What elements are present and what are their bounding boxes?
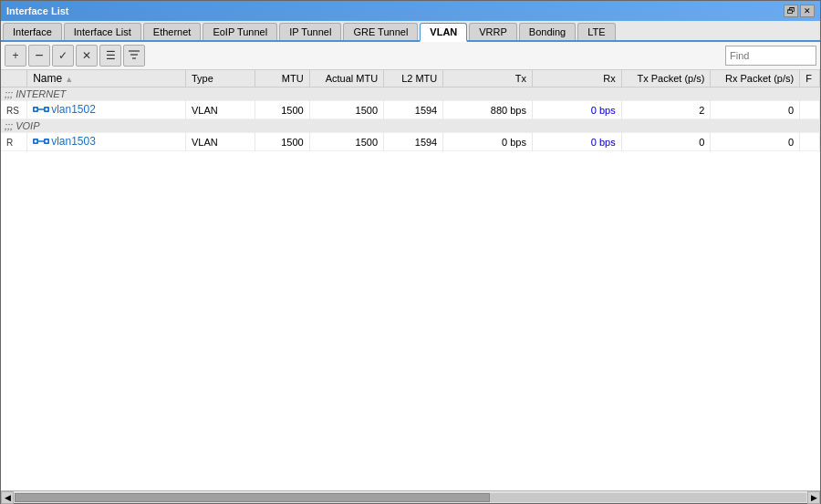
- sort-arrow-name: ▲: [65, 75, 73, 84]
- col-header-l2mtu: L2 MTU: [384, 70, 443, 87]
- row-l2mtu-vlan1502: 1594: [384, 101, 443, 119]
- col-header-type: Type: [185, 70, 255, 87]
- window-controls: 🗗 ✕: [784, 5, 815, 17]
- row-rx-vlan1502: 0 bps: [532, 101, 621, 119]
- tab-ethernet[interactable]: Ethernet: [143, 23, 202, 40]
- row-rx-vlan1503: 0 bps: [532, 133, 621, 151]
- group-row-internet: ;;; INTERNET: [1, 87, 820, 101]
- row-tx-vlan1502: 880 bps: [443, 101, 533, 119]
- tab-gre-tunnel[interactable]: GRE Tunnel: [343, 23, 418, 40]
- close-button[interactable]: ✕: [800, 5, 815, 17]
- row-actual-mtu-vlan1502: 1500: [309, 101, 383, 119]
- scroll-thumb[interactable]: [15, 493, 490, 502]
- table-body: ;;; INTERNET RS: [1, 87, 820, 151]
- group-label-voip: ;;; VOIP: [1, 119, 820, 133]
- row-mtu-vlan1503: 1500: [255, 133, 309, 151]
- row-tx-packet-vlan1502: 2: [621, 101, 711, 119]
- tab-bonding[interactable]: Bonding: [519, 23, 576, 40]
- col-header-tx: Tx: [443, 70, 533, 87]
- group-label-internet: ;;; INTERNET: [1, 87, 820, 101]
- horizontal-scrollbar: ◀ ▶: [1, 490, 820, 503]
- row-tx-vlan1503: 0 bps: [443, 133, 533, 151]
- row-type-vlan1502: VLAN: [185, 101, 255, 119]
- comment-button[interactable]: ☰: [99, 45, 121, 67]
- tab-interface[interactable]: Interface: [3, 23, 62, 40]
- tab-interface-list[interactable]: Interface List: [64, 23, 141, 40]
- toolbar: + − ✓ ✕ ☰: [1, 42, 820, 70]
- col-header-tx-packet: Tx Packet (p/s): [621, 70, 711, 87]
- enable-button[interactable]: ✓: [52, 45, 74, 67]
- table-row[interactable]: RS vlan1502: [1, 101, 820, 119]
- svg-point-7: [46, 108, 48, 111]
- interface-table: Name ▲ Type MTU Actual MTU L2 MTU Tx Rx …: [1, 70, 820, 151]
- add-button[interactable]: +: [5, 45, 26, 67]
- remove-button[interactable]: −: [28, 45, 50, 67]
- row-l2mtu-vlan1503: 1594: [384, 133, 443, 151]
- row-f-vlan1503: [800, 133, 820, 151]
- col-header-actual-mtu: Actual MTU: [309, 70, 383, 87]
- svg-point-6: [35, 108, 37, 111]
- svg-point-12: [46, 140, 48, 143]
- col-header-rx: Rx: [532, 70, 621, 87]
- tabs-bar: Interface Interface List Ethernet EoIP T…: [1, 21, 820, 42]
- row-name-vlan1503: vlan1503: [27, 133, 186, 151]
- title-bar: Interface List 🗗 ✕: [1, 1, 820, 21]
- tab-lte[interactable]: LTE: [577, 23, 615, 40]
- col-header-flag: [1, 70, 27, 87]
- row-actual-mtu-vlan1503: 1500: [309, 133, 383, 151]
- row-flags-vlan1502: RS: [1, 101, 27, 119]
- tab-eoip-tunnel[interactable]: EoIP Tunnel: [203, 23, 277, 40]
- filter-button[interactable]: [123, 45, 145, 67]
- tab-vrrp[interactable]: VRRP: [469, 23, 517, 40]
- window-title: Interface List: [6, 5, 68, 16]
- table-container: Name ▲ Type MTU Actual MTU L2 MTU Tx Rx …: [1, 70, 820, 490]
- find-input[interactable]: [725, 46, 816, 66]
- row-type-vlan1503: VLAN: [185, 133, 255, 151]
- row-tx-packet-vlan1503: 0: [621, 133, 711, 151]
- col-header-f: F: [800, 70, 820, 87]
- scroll-left-button[interactable]: ◀: [1, 491, 14, 504]
- scroll-right-button[interactable]: ▶: [807, 491, 820, 504]
- table-header-row: Name ▲ Type MTU Actual MTU L2 MTU Tx Rx …: [1, 70, 820, 87]
- row-rx-packet-vlan1502: 0: [711, 101, 800, 119]
- row-flags-vlan1503: R: [1, 133, 27, 151]
- row-rx-packet-vlan1503: 0: [711, 133, 800, 151]
- col-header-mtu: MTU: [255, 70, 309, 87]
- row-mtu-vlan1502: 1500: [255, 101, 309, 119]
- col-header-name[interactable]: Name ▲: [27, 70, 186, 87]
- tab-vlan[interactable]: VLAN: [420, 23, 467, 42]
- svg-point-11: [35, 140, 37, 143]
- row-f-vlan1502: [800, 101, 820, 119]
- row-name-text-vlan1503: vlan1503: [51, 135, 96, 148]
- main-window: Interface List 🗗 ✕ Interface Interface L…: [0, 0, 821, 504]
- group-row-voip: ;;; VOIP: [1, 119, 820, 133]
- vlan-icon: [33, 104, 49, 115]
- col-header-rx-packet: Rx Packet (p/s): [711, 70, 800, 87]
- disable-button[interactable]: ✕: [76, 45, 98, 67]
- vlan-icon-2: [33, 136, 49, 147]
- table-row[interactable]: R vlan1503: [1, 133, 820, 151]
- row-name-vlan1502: vlan1502: [27, 101, 186, 119]
- scroll-track[interactable]: [15, 493, 806, 502]
- row-name-text-vlan1502: vlan1502: [51, 103, 96, 116]
- restore-button[interactable]: 🗗: [784, 5, 798, 17]
- tab-ip-tunnel[interactable]: IP Tunnel: [279, 23, 341, 40]
